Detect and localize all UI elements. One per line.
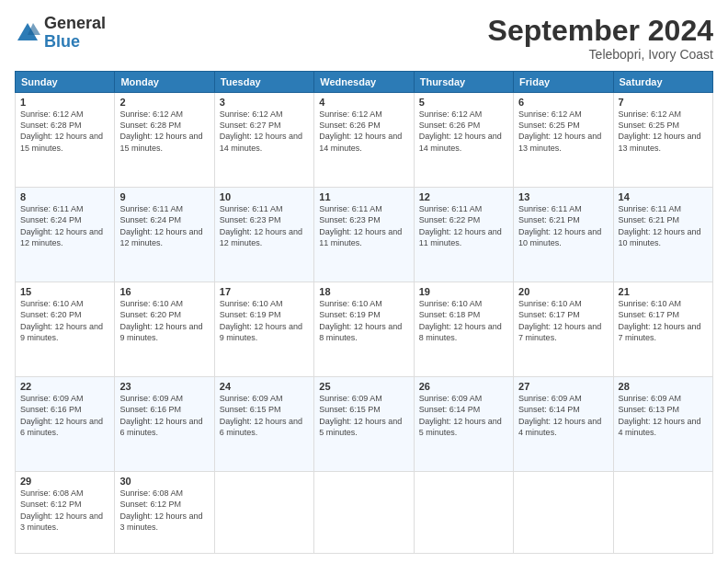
day-info: Sunrise: 6:09 AMSunset: 6:16 PMDaylight:… [119, 394, 202, 436]
day-number: 17 [220, 286, 309, 297]
day-number: 8 [20, 191, 109, 202]
day-number: 14 [619, 191, 708, 202]
table-row: 23 Sunrise: 6:09 AMSunset: 6:16 PMDaylig… [115, 377, 214, 472]
table-row: 15 Sunrise: 6:10 AMSunset: 6:20 PMDaylig… [16, 282, 115, 377]
table-row [214, 472, 313, 554]
table-row: 24 Sunrise: 6:09 AMSunset: 6:15 PMDaylig… [214, 377, 313, 472]
calendar-week-row: 1 Sunrise: 6:12 AMSunset: 6:28 PMDayligh… [16, 93, 713, 188]
col-friday: Friday [514, 72, 613, 93]
table-row: 2 Sunrise: 6:12 AMSunset: 6:28 PMDayligh… [115, 93, 214, 188]
day-info: Sunrise: 6:08 AMSunset: 6:12 PMDaylight:… [119, 488, 202, 531]
day-number: 24 [220, 381, 309, 392]
day-number: 27 [518, 381, 608, 392]
table-row: 5 Sunrise: 6:12 AMSunset: 6:26 PMDayligh… [414, 93, 513, 188]
day-info: Sunrise: 6:09 AMSunset: 6:13 PMDaylight:… [619, 394, 701, 436]
day-info: Sunrise: 6:10 AMSunset: 6:18 PMDaylight:… [419, 299, 502, 341]
day-number: 9 [119, 191, 209, 202]
calendar-page: General Blue September 2024 Telebopri, I… [0, 0, 728, 563]
table-row [613, 472, 712, 554]
table-row: 25 Sunrise: 6:09 AMSunset: 6:15 PMDaylig… [314, 377, 414, 472]
day-number: 18 [319, 286, 408, 297]
day-info: Sunrise: 6:11 AMSunset: 6:23 PMDaylight:… [319, 204, 402, 247]
col-sunday: Sunday [16, 72, 115, 93]
table-row: 1 Sunrise: 6:12 AMSunset: 6:28 PMDayligh… [16, 93, 115, 188]
calendar-header-row: Sunday Monday Tuesday Wednesday Thursday… [16, 72, 713, 93]
day-info: Sunrise: 6:11 AMSunset: 6:21 PMDaylight:… [518, 204, 601, 247]
table-row [414, 472, 513, 554]
table-row: 27 Sunrise: 6:09 AMSunset: 6:14 PMDaylig… [514, 377, 613, 472]
table-row: 8 Sunrise: 6:11 AMSunset: 6:24 PMDayligh… [16, 188, 115, 282]
table-row: 30 Sunrise: 6:08 AMSunset: 6:12 PMDaylig… [115, 472, 214, 554]
calendar-week-row: 8 Sunrise: 6:11 AMSunset: 6:24 PMDayligh… [16, 188, 713, 282]
table-row: 4 Sunrise: 6:12 AMSunset: 6:26 PMDayligh… [314, 93, 414, 188]
calendar-week-row: 15 Sunrise: 6:10 AMSunset: 6:20 PMDaylig… [16, 282, 713, 377]
col-tuesday: Tuesday [214, 72, 313, 93]
day-info: Sunrise: 6:08 AMSunset: 6:12 PMDaylight:… [20, 488, 103, 531]
day-info: Sunrise: 6:12 AMSunset: 6:27 PMDaylight:… [220, 109, 302, 152]
day-number: 19 [419, 286, 508, 297]
table-row: 22 Sunrise: 6:09 AMSunset: 6:16 PMDaylig… [16, 377, 115, 472]
table-row: 9 Sunrise: 6:11 AMSunset: 6:24 PMDayligh… [115, 188, 214, 282]
day-number: 6 [518, 97, 608, 108]
location: Telebopri, Ivory Coast [488, 47, 713, 62]
col-monday: Monday [115, 72, 214, 93]
day-info: Sunrise: 6:11 AMSunset: 6:21 PMDaylight:… [619, 204, 701, 247]
table-row: 29 Sunrise: 6:08 AMSunset: 6:12 PMDaylig… [16, 472, 115, 554]
day-number: 28 [619, 381, 708, 392]
table-row: 11 Sunrise: 6:11 AMSunset: 6:23 PMDaylig… [314, 188, 414, 282]
day-info: Sunrise: 6:11 AMSunset: 6:24 PMDaylight:… [119, 204, 202, 247]
table-row: 3 Sunrise: 6:12 AMSunset: 6:27 PMDayligh… [214, 93, 313, 188]
table-row: 21 Sunrise: 6:10 AMSunset: 6:17 PMDaylig… [613, 282, 712, 377]
day-info: Sunrise: 6:11 AMSunset: 6:23 PMDaylight:… [220, 204, 302, 247]
col-thursday: Thursday [414, 72, 513, 93]
day-info: Sunrise: 6:10 AMSunset: 6:20 PMDaylight:… [119, 299, 202, 341]
day-number: 30 [119, 476, 209, 487]
day-number: 29 [20, 476, 109, 487]
day-number: 11 [319, 191, 408, 202]
day-number: 20 [518, 286, 608, 297]
day-number: 25 [319, 381, 408, 392]
table-row: 18 Sunrise: 6:10 AMSunset: 6:19 PMDaylig… [314, 282, 414, 377]
day-info: Sunrise: 6:09 AMSunset: 6:15 PMDaylight:… [319, 394, 402, 436]
table-row: 12 Sunrise: 6:11 AMSunset: 6:22 PMDaylig… [414, 188, 513, 282]
day-info: Sunrise: 6:12 AMSunset: 6:25 PMDaylight:… [619, 109, 701, 152]
day-number: 2 [119, 97, 209, 108]
day-info: Sunrise: 6:10 AMSunset: 6:19 PMDaylight:… [220, 299, 302, 341]
day-info: Sunrise: 6:09 AMSunset: 6:14 PMDaylight:… [518, 394, 601, 436]
day-number: 22 [20, 381, 109, 392]
col-wednesday: Wednesday [314, 72, 414, 93]
day-info: Sunrise: 6:10 AMSunset: 6:17 PMDaylight:… [619, 299, 701, 341]
logo: General Blue [15, 15, 106, 52]
table-row: 10 Sunrise: 6:11 AMSunset: 6:23 PMDaylig… [214, 188, 313, 282]
day-number: 12 [419, 191, 508, 202]
day-number: 16 [119, 286, 209, 297]
table-row [314, 472, 414, 554]
day-number: 4 [319, 97, 408, 108]
table-row [514, 472, 613, 554]
day-info: Sunrise: 6:09 AMSunset: 6:14 PMDaylight:… [419, 394, 502, 436]
logo-icon [15, 20, 40, 46]
day-info: Sunrise: 6:10 AMSunset: 6:19 PMDaylight:… [319, 299, 402, 341]
header: General Blue September 2024 Telebopri, I… [15, 15, 713, 62]
calendar-table: Sunday Monday Tuesday Wednesday Thursday… [15, 71, 713, 554]
title-block: September 2024 Telebopri, Ivory Coast [488, 15, 713, 62]
day-info: Sunrise: 6:12 AMSunset: 6:25 PMDaylight:… [518, 109, 601, 152]
day-info: Sunrise: 6:11 AMSunset: 6:22 PMDaylight:… [419, 204, 502, 247]
day-info: Sunrise: 6:11 AMSunset: 6:24 PMDaylight:… [20, 204, 103, 247]
table-row: 7 Sunrise: 6:12 AMSunset: 6:25 PMDayligh… [613, 93, 712, 188]
day-number: 5 [419, 97, 508, 108]
day-number: 10 [220, 191, 309, 202]
table-row: 16 Sunrise: 6:10 AMSunset: 6:20 PMDaylig… [115, 282, 214, 377]
table-row: 26 Sunrise: 6:09 AMSunset: 6:14 PMDaylig… [414, 377, 513, 472]
table-row: 28 Sunrise: 6:09 AMSunset: 6:13 PMDaylig… [613, 377, 712, 472]
calendar-week-row: 29 Sunrise: 6:08 AMSunset: 6:12 PMDaylig… [16, 472, 713, 554]
logo-text: General Blue [44, 14, 106, 51]
day-info: Sunrise: 6:10 AMSunset: 6:20 PMDaylight:… [20, 299, 103, 341]
day-info: Sunrise: 6:09 AMSunset: 6:16 PMDaylight:… [20, 394, 103, 436]
day-number: 7 [619, 97, 708, 108]
table-row: 6 Sunrise: 6:12 AMSunset: 6:25 PMDayligh… [514, 93, 613, 188]
table-row: 20 Sunrise: 6:10 AMSunset: 6:17 PMDaylig… [514, 282, 613, 377]
day-number: 23 [119, 381, 209, 392]
day-info: Sunrise: 6:12 AMSunset: 6:28 PMDaylight:… [119, 109, 202, 152]
month-title: September 2024 [488, 15, 713, 47]
